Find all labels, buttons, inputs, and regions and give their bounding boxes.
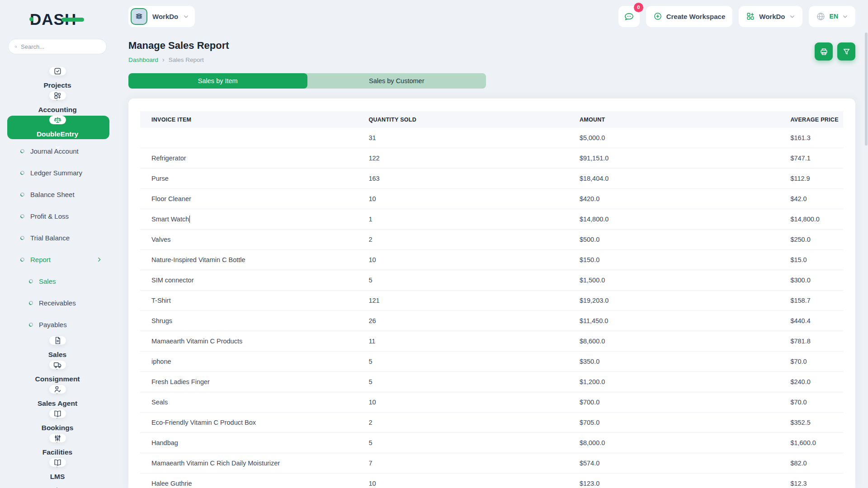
cell-quantity: 2 (368, 419, 580, 426)
table-row: iphone 5 $350.0 $70.0 (140, 352, 843, 372)
column-invoice-item: INVOICE ITEM (140, 117, 368, 123)
sidebar-item-sales[interactable]: Sales (7, 336, 109, 360)
cell-average-price: $70.0 (790, 399, 843, 406)
filter-button[interactable] (837, 42, 855, 61)
workspace-dropdown[interactable]: WorkDo (739, 6, 802, 27)
sidebar-item-facilities[interactable]: Facilities (7, 434, 109, 457)
menu-icon (49, 67, 66, 75)
cell-amount: $123.0 (580, 480, 791, 487)
tab-sales-by-item[interactable]: Sales by Item (128, 73, 307, 89)
invoice-item-text: Shrugs (151, 317, 172, 324)
create-workspace-button[interactable]: Create Workspace (646, 6, 733, 27)
print-button[interactable] (815, 42, 833, 61)
cell-average-price: $781.8 (790, 338, 843, 345)
cell-quantity: 5 (368, 378, 580, 385)
search-input[interactable] (21, 43, 100, 50)
table-row: SIM connector 5 $1,500.0 $300.0 (140, 270, 843, 291)
cell-invoice-item: Shrugs (140, 317, 368, 324)
table-row: Smart Watch 1 $14,800.0 $14,800.0 (140, 209, 843, 230)
cell-amount: $8,600.0 (580, 338, 791, 345)
sidebar-item-payables[interactable]: Payables (7, 314, 108, 335)
sidebar-item-lms[interactable]: LMS (7, 458, 109, 482)
cell-quantity: 121 (368, 297, 580, 304)
sidebar-item-report[interactable]: Report (7, 249, 108, 270)
cell-amount: $150.0 (580, 256, 791, 263)
sidebar-item-accounting[interactable]: Accounting (7, 91, 109, 115)
cell-invoice-item: Mamaearth Vitamin C Products (140, 338, 368, 345)
invoice-item-text: Eco-Friendly Vitamin C Product Box (151, 419, 256, 426)
report-card: INVOICE ITEM QUANTITY SOLD AMOUNT AVERAG… (128, 99, 855, 488)
column-amount: AMOUNT (580, 117, 791, 123)
bullet-icon (20, 192, 25, 197)
cell-quantity: 11 (368, 338, 580, 345)
scrollbar-thumb[interactable] (865, 33, 868, 145)
workspace-switcher[interactable]: WorkDo (128, 6, 195, 27)
cell-invoice-item: SIM connector (140, 277, 368, 284)
dash-logo[interactable]: DASH (30, 10, 76, 28)
cell-invoice-item: Halee Guthrie (140, 480, 368, 487)
cell-average-price: $440.4 (790, 317, 843, 324)
table-row: Mamaearth Vitamin C Rich Daily Moisturiz… (140, 453, 843, 474)
bullet-icon (20, 170, 25, 175)
filter-icon (842, 47, 851, 56)
invoice-item-text: T-Shirt (151, 297, 171, 304)
sidebar-menu: Projects Accounting DoubleEntry (0, 66, 115, 488)
text-cursor (189, 216, 190, 223)
main-area: WorkDo 0 Create Workspace WorkDo (115, 0, 868, 488)
menu-icon (49, 116, 66, 124)
app-layout: DASH Projects Accounting (0, 0, 868, 488)
sidebar-item-doubleentry[interactable]: DoubleEntry (7, 116, 109, 139)
printer-icon (820, 47, 828, 56)
tab-sales-by-customer[interactable]: Sales by Customer (307, 73, 486, 89)
sidebar-item-bookings[interactable]: Bookings (7, 409, 109, 433)
table-row: Nature-Inspired Vitamin C Bottle 10 $150… (140, 250, 843, 270)
language-selector[interactable]: EN (809, 6, 855, 27)
menu-icon (49, 409, 66, 418)
table-row: Floor Cleaner 10 $420.0 $42.0 (140, 189, 843, 209)
table-header: INVOICE ITEM QUANTITY SOLD AMOUNT AVERAG… (140, 111, 843, 128)
breadcrumb: Dashboard › Sales Report (128, 56, 229, 63)
bullet-icon (20, 149, 25, 154)
sidebar-item-trial-balance[interactable]: Trial Balance (7, 227, 108, 249)
menu-label: Accounting (38, 106, 76, 114)
report-tabs: Sales by Item Sales by Customer (128, 73, 486, 89)
menu-label: Projects (43, 81, 71, 89)
sidebar-item-balance-sheet[interactable]: Balance Sheet (7, 183, 108, 205)
cell-average-price: $70.0 (790, 358, 843, 365)
cell-invoice-item: Seals (140, 399, 368, 406)
chevron-icon (55, 144, 61, 150)
page-header: Manage Sales Report Dashboard › Sales Re… (128, 40, 855, 63)
messages-button[interactable]: 0 (618, 6, 640, 27)
table-row: Mamaearth Vitamin C Products 11 $8,600.0… (140, 331, 843, 352)
cell-invoice-item: Smart Watch (140, 216, 368, 223)
sidebar-item-receivables[interactable]: Receivables (7, 292, 108, 314)
sidebar-item-sales[interactable]: Sales (7, 270, 108, 292)
sidebar-item-ledger-summary[interactable]: Ledger Summary (7, 162, 108, 183)
plus-circle-icon (653, 12, 662, 21)
sidebar-item-profit-loss[interactable]: Profit & Loss (7, 205, 108, 227)
table-row: Eco-Friendly Vitamin C Product Box 2 $70… (140, 413, 843, 433)
cell-amount: $420.0 (580, 195, 791, 202)
cell-average-price: $82.0 (790, 460, 843, 467)
cell-amount: $350.0 (580, 358, 791, 365)
cell-average-price: $14,800.0 (790, 216, 843, 223)
page-scrollbar[interactable] (864, 0, 868, 488)
cell-quantity: 5 (368, 439, 580, 446)
sidebar-item-journal-account[interactable]: Journal Account (7, 140, 108, 162)
menu-label: Sales Agent (38, 399, 77, 408)
bullet-icon (20, 214, 25, 219)
sidebar-item-consignment[interactable]: Consignment (7, 361, 109, 384)
chevron-down-icon (842, 14, 848, 19)
cell-invoice-item: Eco-Friendly Vitamin C Product Box (140, 419, 368, 426)
cell-amount: $500.0 (580, 236, 791, 243)
cell-invoice-item: Mamaearth Vitamin C Rich Daily Moisturiz… (140, 460, 368, 467)
cell-average-price: $12.3 (790, 480, 843, 487)
sidebar-search[interactable] (8, 39, 107, 54)
breadcrumb-separator: › (162, 56, 165, 63)
sidebar-item-sales-agent[interactable]: Sales Agent (7, 385, 109, 408)
sidebar-item-projects[interactable]: Projects (7, 67, 109, 90)
cell-invoice-item: Floor Cleaner (140, 195, 368, 202)
breadcrumb-dashboard-link[interactable]: Dashboard (128, 56, 158, 63)
logo-dash-icon (61, 18, 84, 22)
bullet-icon (28, 300, 33, 305)
